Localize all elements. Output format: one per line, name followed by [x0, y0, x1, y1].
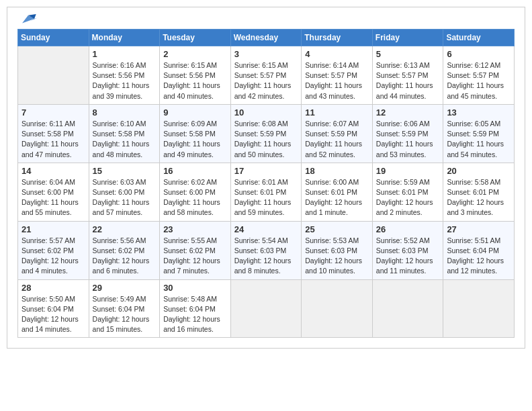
day-number: 26 — [376, 224, 440, 234]
day-number: 25 — [305, 224, 369, 234]
day-cell: 3Sunrise: 6:15 AMSunset: 5:57 PMDaylight… — [230, 46, 302, 105]
day-cell: 25Sunrise: 5:53 AMSunset: 6:03 PMDayligh… — [302, 221, 373, 279]
logo-bird-icon — [19, 14, 38, 26]
day-cell: 26Sunrise: 5:52 AMSunset: 6:03 PMDayligh… — [372, 221, 443, 279]
day-number: 10 — [234, 107, 298, 118]
day-number: 14 — [21, 166, 85, 176]
day-info: Sunrise: 6:00 AMSunset: 6:01 PMDaylight:… — [305, 177, 369, 218]
day-cell — [302, 279, 373, 338]
day-info: Sunrise: 6:16 AMSunset: 5:56 PMDaylight:… — [93, 60, 157, 101]
day-info: Sunrise: 6:09 AMSunset: 5:58 PMDaylight:… — [163, 119, 227, 160]
day-number: 19 — [376, 166, 440, 176]
day-info: Sunrise: 6:06 AMSunset: 5:59 PMDaylight:… — [376, 119, 440, 160]
col-header-thursday: Thursday — [302, 30, 373, 46]
calendar-table: SundayMondayTuesdayWednesdayThursdayFrid… — [17, 29, 515, 338]
day-info: Sunrise: 6:08 AMSunset: 5:59 PMDaylight:… — [234, 119, 298, 160]
day-cell: 22Sunrise: 5:56 AMSunset: 6:02 PMDayligh… — [89, 221, 160, 279]
day-cell: 1Sunrise: 6:16 AMSunset: 5:56 PMDaylight… — [89, 46, 160, 105]
day-cell: 13Sunrise: 6:05 AMSunset: 5:59 PMDayligh… — [443, 104, 515, 163]
day-cell: 20Sunrise: 5:58 AMSunset: 6:01 PMDayligh… — [443, 163, 515, 221]
day-info: Sunrise: 5:59 AMSunset: 6:01 PMDaylight:… — [376, 177, 440, 218]
day-info: Sunrise: 5:57 AMSunset: 6:02 PMDaylight:… — [21, 236, 85, 277]
day-cell — [443, 279, 515, 338]
day-number: 8 — [93, 107, 157, 118]
day-cell: 28Sunrise: 5:50 AMSunset: 6:04 PMDayligh… — [18, 279, 89, 338]
day-info: Sunrise: 6:13 AMSunset: 5:57 PMDaylight:… — [376, 60, 440, 101]
day-cell — [18, 46, 89, 105]
day-number: 13 — [447, 107, 511, 118]
day-info: Sunrise: 5:49 AMSunset: 6:04 PMDaylight:… — [93, 294, 157, 335]
day-cell: 5Sunrise: 6:13 AMSunset: 5:57 PMDaylight… — [372, 46, 443, 105]
day-info: Sunrise: 6:11 AMSunset: 5:58 PMDaylight:… — [21, 119, 85, 160]
day-cell: 2Sunrise: 6:15 AMSunset: 5:56 PMDaylight… — [160, 46, 231, 105]
day-number: 9 — [163, 107, 227, 118]
day-number: 24 — [234, 224, 298, 234]
week-row-5: 28Sunrise: 5:50 AMSunset: 6:04 PMDayligh… — [18, 279, 515, 338]
day-cell: 18Sunrise: 6:00 AMSunset: 6:01 PMDayligh… — [302, 163, 373, 221]
day-cell: 24Sunrise: 5:54 AMSunset: 6:03 PMDayligh… — [230, 221, 302, 279]
day-number: 29 — [93, 283, 157, 293]
day-cell: 6Sunrise: 6:12 AMSunset: 5:57 PMDaylight… — [443, 46, 515, 105]
day-info: Sunrise: 6:15 AMSunset: 5:56 PMDaylight:… — [163, 60, 227, 101]
col-header-sunday: Sunday — [18, 30, 89, 46]
day-number: 11 — [305, 107, 369, 118]
col-header-saturday: Saturday — [443, 30, 515, 46]
day-number: 2 — [163, 49, 227, 59]
day-cell: 12Sunrise: 6:06 AMSunset: 5:59 PMDayligh… — [372, 104, 443, 163]
day-number: 3 — [234, 49, 298, 59]
week-row-3: 14Sunrise: 6:04 AMSunset: 6:00 PMDayligh… — [18, 163, 515, 221]
day-number: 22 — [93, 224, 157, 234]
week-row-2: 7Sunrise: 6:11 AMSunset: 5:58 PMDaylight… — [18, 104, 515, 163]
day-info: Sunrise: 6:05 AMSunset: 5:59 PMDaylight:… — [447, 119, 511, 160]
day-cell: 10Sunrise: 6:08 AMSunset: 5:59 PMDayligh… — [230, 104, 302, 163]
day-info: Sunrise: 6:14 AMSunset: 5:57 PMDaylight:… — [305, 60, 369, 101]
day-cell: 8Sunrise: 6:10 AMSunset: 5:58 PMDaylight… — [89, 104, 160, 163]
day-number: 12 — [376, 107, 440, 118]
day-info: Sunrise: 6:12 AMSunset: 5:57 PMDaylight:… — [447, 60, 511, 101]
day-info: Sunrise: 5:54 AMSunset: 6:03 PMDaylight:… — [234, 236, 298, 277]
day-number: 7 — [21, 107, 85, 118]
day-number: 18 — [305, 166, 369, 176]
day-number: 27 — [447, 224, 511, 234]
day-info: Sunrise: 5:52 AMSunset: 6:03 PMDaylight:… — [376, 236, 440, 277]
col-header-monday: Monday — [89, 30, 160, 46]
day-info: Sunrise: 6:15 AMSunset: 5:57 PMDaylight:… — [234, 60, 298, 101]
day-cell: 4Sunrise: 6:14 AMSunset: 5:57 PMDaylight… — [302, 46, 373, 105]
day-number: 4 — [305, 49, 369, 59]
week-row-1: 1Sunrise: 6:16 AMSunset: 5:56 PMDaylight… — [18, 46, 515, 105]
day-number: 6 — [447, 49, 511, 59]
day-cell: 7Sunrise: 6:11 AMSunset: 5:58 PMDaylight… — [18, 104, 89, 163]
day-number: 16 — [163, 166, 227, 176]
day-number: 15 — [93, 166, 157, 176]
day-cell: 15Sunrise: 6:03 AMSunset: 6:00 PMDayligh… — [89, 163, 160, 221]
logo — [17, 14, 38, 24]
calendar-container: SundayMondayTuesdayWednesdayThursdayFrid… — [7, 7, 525, 349]
day-info: Sunrise: 6:02 AMSunset: 6:00 PMDaylight:… — [163, 177, 227, 218]
day-info: Sunrise: 6:10 AMSunset: 5:58 PMDaylight:… — [93, 119, 157, 160]
day-info: Sunrise: 5:48 AMSunset: 6:04 PMDaylight:… — [163, 294, 227, 335]
day-info: Sunrise: 5:50 AMSunset: 6:04 PMDaylight:… — [21, 294, 85, 335]
col-header-friday: Friday — [372, 30, 443, 46]
day-cell: 29Sunrise: 5:49 AMSunset: 6:04 PMDayligh… — [89, 279, 160, 338]
day-cell: 16Sunrise: 6:02 AMSunset: 6:00 PMDayligh… — [160, 163, 231, 221]
day-cell: 30Sunrise: 5:48 AMSunset: 6:04 PMDayligh… — [160, 279, 231, 338]
day-number: 20 — [447, 166, 511, 176]
day-info: Sunrise: 6:04 AMSunset: 6:00 PMDaylight:… — [21, 177, 85, 218]
day-number: 5 — [376, 49, 440, 59]
day-number: 30 — [163, 283, 227, 293]
day-cell — [372, 279, 443, 338]
day-cell: 27Sunrise: 5:51 AMSunset: 6:04 PMDayligh… — [443, 221, 515, 279]
week-row-4: 21Sunrise: 5:57 AMSunset: 6:02 PMDayligh… — [18, 221, 515, 279]
day-cell: 23Sunrise: 5:55 AMSunset: 6:02 PMDayligh… — [160, 221, 231, 279]
day-number: 17 — [234, 166, 298, 176]
col-header-tuesday: Tuesday — [160, 30, 231, 46]
day-info: Sunrise: 6:07 AMSunset: 5:59 PMDaylight:… — [305, 119, 369, 160]
day-cell — [230, 279, 302, 338]
header — [17, 14, 515, 24]
day-info: Sunrise: 5:53 AMSunset: 6:03 PMDaylight:… — [305, 236, 369, 277]
day-cell: 21Sunrise: 5:57 AMSunset: 6:02 PMDayligh… — [18, 221, 89, 279]
day-cell: 19Sunrise: 5:59 AMSunset: 6:01 PMDayligh… — [372, 163, 443, 221]
day-number: 21 — [21, 224, 85, 234]
header-row: SundayMondayTuesdayWednesdayThursdayFrid… — [18, 30, 515, 46]
day-info: Sunrise: 5:56 AMSunset: 6:02 PMDaylight:… — [93, 236, 157, 277]
